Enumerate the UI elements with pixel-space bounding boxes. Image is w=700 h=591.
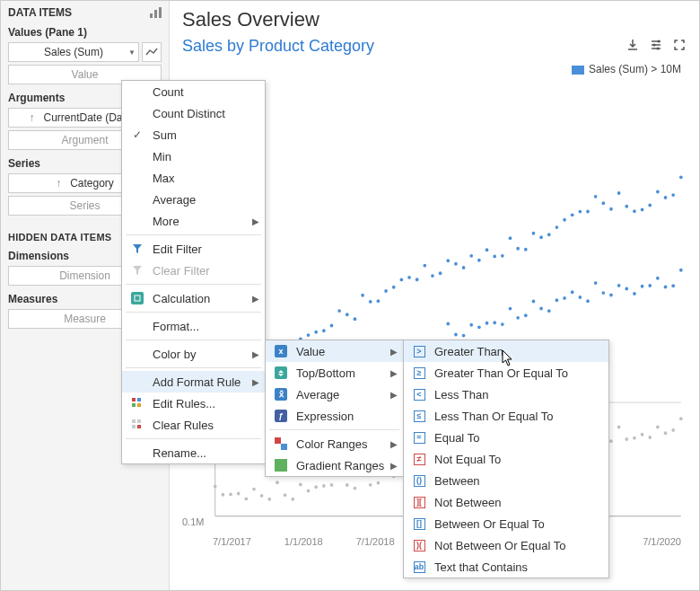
svg-point-134 xyxy=(237,491,241,495)
menu-item-equal-to[interactable]: =Equal To xyxy=(404,427,608,448)
svg-point-106 xyxy=(493,321,496,324)
menu-item-clear-filter: Clear Filter xyxy=(122,260,265,281)
series-field-text: Category xyxy=(70,177,114,190)
svg-point-24 xyxy=(330,324,334,328)
menu-item-not-between-or-equal[interactable]: )(Not Between Or Equal To xyxy=(404,534,608,556)
menu-item-average[interactable]: Average xyxy=(122,189,265,210)
menu-item-text-contains[interactable]: abText that Contains xyxy=(404,556,608,578)
svg-point-132 xyxy=(222,493,225,497)
text-contains-icon: ab xyxy=(414,561,425,573)
svg-rect-200 xyxy=(137,425,141,428)
gt-icon: > xyxy=(414,346,425,357)
svg-rect-195 xyxy=(132,403,136,407)
chart-title: Sales by Product Category xyxy=(182,37,374,56)
menu-item-average[interactable]: x̄Average▶ xyxy=(266,384,403,405)
menu-item-sum[interactable]: ✓Sum xyxy=(122,124,265,146)
svg-point-54 xyxy=(563,218,566,222)
svg-point-108 xyxy=(509,307,512,311)
x-tick: 1/1/2018 xyxy=(284,536,323,547)
menu-item-more[interactable]: More▶ xyxy=(122,210,265,232)
menu-item-edit-filter[interactable]: Edit Filter xyxy=(122,238,265,260)
svg-point-141 xyxy=(291,498,294,501)
menu-item-expression[interactable]: ƒExpression xyxy=(266,405,403,427)
svg-point-31 xyxy=(384,289,388,293)
aggregation-context-menu: Count Count Distinct ✓Sum Min Max Averag… xyxy=(121,80,266,464)
menu-item-clear-rules[interactable]: Clear Rules xyxy=(122,414,265,436)
svg-rect-1 xyxy=(154,10,157,18)
menu-item-less-than[interactable]: <Less Than xyxy=(404,384,608,405)
eq-icon: = xyxy=(414,432,425,444)
svg-point-30 xyxy=(377,299,381,303)
svg-point-37 xyxy=(431,274,434,278)
svg-point-67 xyxy=(664,196,668,199)
svg-point-110 xyxy=(524,313,528,317)
export-icon[interactable] xyxy=(626,38,640,55)
svg-point-51 xyxy=(539,235,543,239)
value-condition-submenu: >Greater Than ≥Greater Than Or Equal To … xyxy=(403,340,609,578)
svg-point-114 xyxy=(556,298,559,302)
values-field[interactable]: Sales (Sum) ▼ xyxy=(8,42,139,62)
menu-item-color-by[interactable]: Color by▶ xyxy=(122,343,265,365)
svg-point-142 xyxy=(299,483,302,487)
svg-point-40 xyxy=(454,262,458,266)
menu-item-edit-rules[interactable]: Edit Rules... xyxy=(122,393,265,414)
svg-point-50 xyxy=(532,232,536,235)
dashboard-title: Sales Overview xyxy=(170,1,699,33)
menu-item-between[interactable]: ()Between xyxy=(404,470,608,491)
svg-point-191 xyxy=(679,417,683,420)
maximize-icon[interactable] xyxy=(672,38,687,55)
between-eq-icon: [] xyxy=(414,518,425,530)
menu-item-top-bottom[interactable]: Top/Bottom▶ xyxy=(266,362,403,384)
svg-point-123 xyxy=(625,287,628,291)
menu-item-count[interactable]: Count xyxy=(122,81,265,102)
menu-item-calculation[interactable]: Calculation▶ xyxy=(122,287,265,309)
menu-item-not-between[interactable]: ][Not Between xyxy=(404,491,608,513)
chart-type-icon[interactable] xyxy=(149,6,162,19)
svg-point-57 xyxy=(586,210,590,214)
menu-item-count-distinct[interactable]: Count Distinct xyxy=(122,102,265,124)
menu-item-max[interactable]: Max xyxy=(122,167,265,189)
dropdown-icon[interactable]: ▼ xyxy=(128,49,136,57)
svg-point-119 xyxy=(594,281,598,285)
svg-point-29 xyxy=(369,300,372,304)
menu-item-rename[interactable]: Rename... xyxy=(122,442,265,463)
menu-item-greater-than[interactable]: >Greater Than xyxy=(404,340,608,362)
svg-point-60 xyxy=(609,207,613,211)
svg-point-43 xyxy=(477,259,481,262)
between-icon: () xyxy=(414,475,425,487)
menu-item-format[interactable]: Format... xyxy=(122,315,265,337)
format-rule-submenu: xValue▶ Top/Bottom▶ x̄Average▶ ƒExpressi… xyxy=(265,340,404,477)
svg-point-116 xyxy=(571,290,574,294)
svg-point-190 xyxy=(671,428,675,432)
y-axis-tick: 0.1M xyxy=(182,516,204,527)
svg-point-49 xyxy=(524,248,528,251)
svg-point-58 xyxy=(594,195,598,198)
svg-point-135 xyxy=(244,497,248,500)
svg-point-53 xyxy=(556,225,559,229)
menu-item-greater-than-or-equal[interactable]: ≥Greater Than Or Equal To xyxy=(404,362,608,384)
svg-point-102 xyxy=(462,334,466,338)
color-ranges-icon xyxy=(275,437,287,450)
series-type-button[interactable] xyxy=(142,42,162,62)
menu-item-between-or-equal[interactable]: []Between Or Equal To xyxy=(404,513,608,534)
menu-item-add-format-rule[interactable]: Add Format Rule▶ xyxy=(122,371,265,393)
menu-item-min[interactable]: Min xyxy=(122,146,265,167)
parameters-icon[interactable] xyxy=(649,38,663,55)
menu-item-gradient-ranges[interactable]: Gradient Ranges▶ xyxy=(266,454,403,476)
menu-item-color-ranges[interactable]: Color Ranges▶ xyxy=(266,433,403,454)
filter-clear-icon xyxy=(131,264,144,277)
svg-point-64 xyxy=(641,207,644,211)
menu-item-less-than-or-equal[interactable]: ≤Less Than Or Equal To xyxy=(404,405,608,427)
x-tick: 7/1/2017 xyxy=(213,536,251,547)
svg-point-46 xyxy=(501,254,504,258)
menu-separator xyxy=(269,429,399,430)
menu-item-value[interactable]: xValue▶ xyxy=(266,340,403,362)
svg-rect-196 xyxy=(137,403,141,407)
svg-point-22 xyxy=(314,331,318,334)
menu-item-not-equal-to[interactable]: ≠Not Equal To xyxy=(404,448,608,470)
submenu-arrow-icon: ▶ xyxy=(252,349,259,359)
svg-point-38 xyxy=(439,271,442,275)
svg-point-129 xyxy=(671,284,675,287)
svg-point-140 xyxy=(284,493,287,497)
svg-point-189 xyxy=(664,431,668,435)
